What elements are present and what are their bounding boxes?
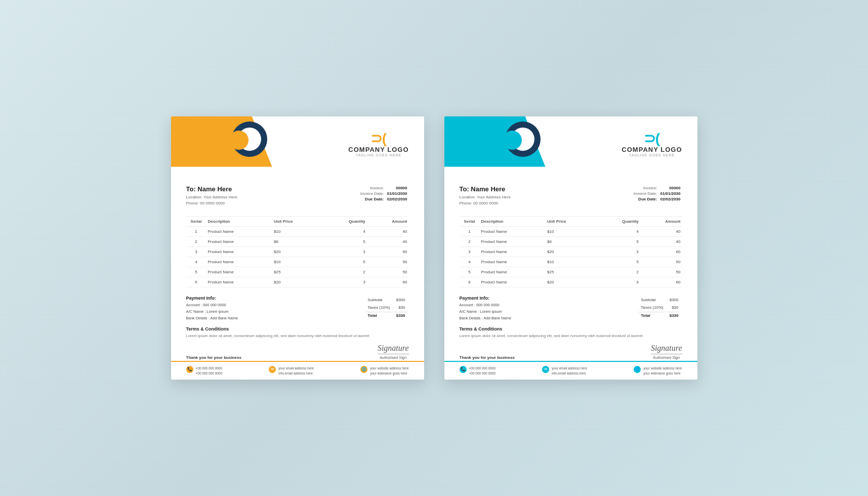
col-qty-orange: Quantity <box>322 217 367 227</box>
thankyou-orange: Thank you for your business <box>186 355 241 360</box>
footer-phone-text-orange: +00 000 000 0000 +00 000 000 0000 <box>196 366 223 376</box>
footer-web-orange: 🌐 your website address here your webname… <box>360 366 408 376</box>
phone-icon-blue: 📞 <box>460 366 467 373</box>
footer-web-text-orange: your website address here your webname g… <box>370 366 408 376</box>
bill-to-name-blue: To: Name Here <box>460 185 632 193</box>
logo-symbol-blue: ⊃( <box>644 131 660 146</box>
col-serial-orange: Serial <box>186 217 206 227</box>
invoice-meta-orange: Invoice: 00000 Invoice Date: 01/01/2030 … <box>359 185 409 202</box>
company-logo-orange: ⊃( COMPANY LOGO TAGLINE GOES HERE <box>348 132 408 157</box>
table-row: 3 Product Name $20 3 60 <box>460 247 682 257</box>
page-wrapper: ⊃( COMPANY LOGO TAGLINE GOES HERE To: Na… <box>171 116 697 380</box>
bottom-section-orange: Thank you for your business Signature Au… <box>171 341 424 361</box>
company-tagline-blue: TAGLINE GOES HERE <box>622 153 682 157</box>
footer-email-text-blue: your email address here info.email addre… <box>552 366 587 376</box>
payment-info-orange: Payment Info: Account : 000 000 0000 A/C… <box>186 296 364 321</box>
bill-to-address-blue: Location: Your Address Here Phone: 00 00… <box>460 194 632 208</box>
email-icon-orange: ✉ <box>269 366 276 373</box>
totals-blue: Subtotal $300 Taxes (10%) $30 Total $330 <box>637 296 682 320</box>
bill-section-orange: To: Name Here Location: Your Address Her… <box>171 177 424 213</box>
thankyou-blue: Thank you for your business <box>460 355 515 360</box>
table-row: 5 Product Name $25 2 50 <box>186 267 409 277</box>
web-icon-blue: 🌐 <box>634 366 641 373</box>
bill-to-blue: To: Name Here Location: Your Address Her… <box>460 185 632 208</box>
footer-phone-blue: 📞 +00 000 000 0000 +00 000 000 0000 <box>460 366 496 376</box>
bill-section-blue: To: Name Here Location: Your Address Her… <box>444 177 697 213</box>
signature-label-blue: Authorised Sign <box>651 354 682 360</box>
signature-text-orange: Signature <box>378 343 409 353</box>
bill-to-address-orange: Location: Your Address Here Phone: 00 00… <box>186 194 359 208</box>
terms-blue: Terms & Conditions Lorem ipsum dolor sit… <box>444 324 697 341</box>
invoice-header-orange: ⊃( COMPANY LOGO TAGLINE GOES HERE <box>171 116 424 177</box>
company-tagline-orange: TAGLINE GOES HERE <box>348 153 408 157</box>
col-serial-blue: Serial <box>460 217 480 227</box>
phone-icon-orange: 📞 <box>186 366 193 373</box>
invoice-header-blue: ⊃( COMPANY LOGO TAGLINE GOES HERE <box>444 116 697 177</box>
table-row: 1 Product Name $10 4 40 <box>186 227 409 237</box>
table-row: 4 Product Name $10 5 50 <box>460 257 682 267</box>
table-row: 2 Product Name $8 5 40 <box>460 237 682 247</box>
col-qty-blue: Quantity <box>596 217 640 227</box>
footer-orange: 📞 +00 000 000 0000 +00 000 000 0000 ✉ yo… <box>171 361 424 380</box>
signature-blue: Signature Authorised Sign <box>651 343 682 360</box>
footer-email-blue: ✉ your email address here info.email add… <box>542 366 587 376</box>
company-name-blue: COMPANY LOGO <box>622 146 682 153</box>
invoice-meta-blue: Invoice: 00000 Invoice Date: 01/01/2030 … <box>632 185 682 202</box>
table-row: 1 Product Name $10 4 40 <box>460 227 682 237</box>
payment-info-blue: Payment Info: Account : 000 000 0000 A/C… <box>460 296 638 321</box>
invoice-table-blue: Serial Description Unit Price Quantity A… <box>460 216 682 287</box>
summary-blue: Payment Info: Account : 000 000 0000 A/C… <box>444 292 697 324</box>
web-icon-orange: 🌐 <box>360 366 367 373</box>
table-row: 3 Product Name $20 3 60 <box>186 247 409 257</box>
table-row: 2 Product Name $8 5 40 <box>186 237 409 247</box>
invoice-card-blue: ⊃( COMPANY LOGO TAGLINE GOES HERE To: Na… <box>444 116 697 380</box>
company-name-orange: COMPANY LOGO <box>348 146 408 153</box>
signature-text-blue: Signature <box>651 343 682 353</box>
col-unit-orange: Unit Price <box>272 217 322 227</box>
col-desc-blue: Description <box>480 217 546 227</box>
footer-blue: 📞 +00 000 000 0000 +00 000 000 0000 ✉ yo… <box>444 361 697 380</box>
table-row: 5 Product Name $25 2 50 <box>460 267 682 277</box>
signature-label-orange: Authorised Sign <box>378 354 409 360</box>
footer-phone-text-blue: +00 000 000 0000 +00 000 000 0000 <box>469 366 496 376</box>
col-amount-orange: Amount <box>367 217 409 227</box>
invoice-table-orange: Serial Description Unit Price Quantity A… <box>186 216 409 287</box>
bottom-section-blue: Thank you for your business Signature Au… <box>444 341 697 361</box>
bill-to-orange: To: Name Here Location: Your Address Her… <box>186 185 359 208</box>
col-unit-blue: Unit Price <box>546 217 596 227</box>
footer-web-blue: 🌐 your website address here your webname… <box>634 366 682 376</box>
footer-web-text-blue: your website address here your webname g… <box>643 366 682 376</box>
bill-to-name-orange: To: Name Here <box>186 185 359 193</box>
logo-symbol-orange: ⊃( <box>370 131 387 146</box>
signature-orange: Signature Authorised Sign <box>378 343 409 360</box>
header-circle-inner-orange <box>229 131 249 150</box>
footer-email-text-orange: your email address here info.email addre… <box>278 366 314 376</box>
email-icon-blue: ✉ <box>542 366 549 373</box>
table-row: 4 Product Name $10 5 50 <box>186 257 409 267</box>
summary-orange: Payment Info: Account : 000 000 0000 A/C… <box>171 292 424 324</box>
footer-phone-orange: 📞 +00 000 000 0000 +00 000 000 0000 <box>186 366 223 376</box>
footer-email-orange: ✉ your email address here info.email add… <box>269 366 314 376</box>
invoice-card-orange: ⊃( COMPANY LOGO TAGLINE GOES HERE To: Na… <box>171 116 424 380</box>
totals-orange: Subtotal $300 Taxes (10%) $30 Total $330 <box>364 296 408 320</box>
table-row: 6 Product Name $20 3 60 <box>460 277 682 287</box>
col-desc-orange: Description <box>206 217 272 227</box>
header-circle-inner-blue <box>503 131 522 150</box>
company-logo-blue: ⊃( COMPANY LOGO TAGLINE GOES HERE <box>622 132 682 157</box>
terms-orange: Terms & Conditions Lorem ipsum dolor sit… <box>171 324 424 341</box>
col-amount-blue: Amount <box>640 217 682 227</box>
table-row: 6 Product Name $20 3 60 <box>186 277 409 287</box>
